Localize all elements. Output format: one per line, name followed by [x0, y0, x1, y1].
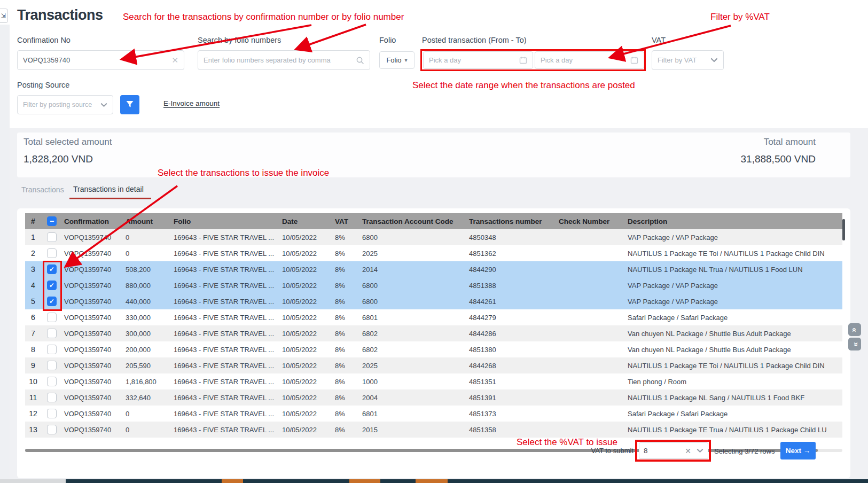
cell-folio: 169643 - FIVE STAR TRAVEL ... — [174, 282, 282, 290]
row-checkbox[interactable] — [47, 409, 57, 418]
cell-confirmation: VOPQ1359740 — [64, 282, 126, 290]
row-checkbox[interactable] — [47, 248, 57, 258]
cell-folio: 169643 - FIVE STAR TRAVEL ... — [174, 378, 282, 386]
row-checkbox[interactable] — [47, 345, 57, 354]
cell-folio: 169643 - FIVE STAR TRAVEL ... — [174, 426, 282, 434]
cell-vat: 8% — [335, 314, 362, 322]
apply-filter-button[interactable] — [120, 95, 139, 114]
cell-account-code: 6801 — [362, 314, 469, 322]
row-number: 10 — [25, 377, 41, 386]
vat-filter-select[interactable]: Filter by VAT — [652, 50, 724, 70]
cell-account-code: 6800 — [362, 282, 469, 290]
cell-transactions-number: 4851391 — [469, 394, 559, 402]
cell-account-code: 6801 — [362, 410, 469, 418]
table-row[interactable]: 2VOPQ13597400169643 - FIVE STAR TRAVEL .… — [25, 245, 842, 261]
annotation-box-vat-select — [635, 440, 711, 462]
row-checkbox[interactable] — [47, 377, 57, 386]
folio-search-label: Search by folio numbers — [198, 36, 281, 44]
cell-amount: 0 — [126, 233, 174, 242]
arrow-right-icon: → — [803, 447, 811, 455]
checkbox-cell — [41, 377, 64, 386]
vat-filter-placeholder: Filter by VAT — [658, 56, 697, 64]
col-account-code: Transaction Account Code — [362, 217, 469, 225]
checkbox-cell — [41, 361, 64, 370]
table-row[interactable]: 1VOPQ13597400169643 - FIVE STAR TRAVEL .… — [25, 229, 842, 245]
confirmation-value: VOPQ1359740 — [23, 56, 70, 64]
cell-confirmation: VOPQ1359740 — [64, 298, 126, 306]
cell-amount: 332,640 — [126, 394, 174, 402]
row-checkbox[interactable] — [47, 329, 57, 338]
annotation-box-date-range — [420, 49, 646, 71]
col-amount: Amount — [126, 217, 174, 225]
cell-description: Tien phong / Room — [628, 378, 842, 386]
funnel-icon — [126, 100, 134, 110]
select-all-checkbox[interactable]: − — [47, 216, 57, 226]
row-checkbox[interactable] — [47, 313, 57, 322]
table-row[interactable]: 7VOPQ1359740300,000169643 - FIVE STAR TR… — [25, 325, 842, 341]
posting-source-select[interactable]: Filter by posting source — [17, 95, 113, 114]
row-checkbox[interactable] — [47, 393, 57, 402]
folio-search-input[interactable]: Enter folio numbers separated by comma — [198, 50, 370, 70]
total-amount-label: Total amount — [764, 137, 816, 147]
cell-date: 10/05/2022 — [282, 298, 335, 306]
row-checkbox[interactable] — [47, 232, 57, 242]
table-row[interactable]: 10VOPQ13597401,816,800169643 - FIVE STAR… — [25, 373, 842, 389]
chevron-down-icon — [710, 58, 718, 63]
vertical-scrollbar-thumb[interactable] — [842, 219, 845, 240]
cell-transactions-number: 4851388 — [469, 282, 559, 290]
col-number: # — [25, 217, 41, 225]
cell-date: 10/05/2022 — [282, 410, 335, 418]
table-row[interactable]: 8VOPQ1359740200,000169643 - FIVE STAR TR… — [25, 341, 842, 357]
table-row[interactable]: 3✓VOPQ1359740508,200169643 - FIVE STAR T… — [25, 261, 842, 277]
cell-account-code: 6802 — [362, 330, 469, 338]
checkbox-cell — [41, 345, 64, 354]
row-number: 4 — [25, 281, 41, 290]
annotation-search-hint: Search for the transactions by confirmat… — [123, 12, 404, 22]
scroll-to-bottom-button[interactable]: « — [848, 338, 861, 350]
cell-folio: 169643 - FIVE STAR TRAVEL ... — [174, 233, 282, 242]
clear-icon[interactable]: ✕ — [171, 56, 178, 65]
table-row[interactable]: 5✓VOPQ1359740440,000169643 - FIVE STAR T… — [25, 293, 842, 309]
table-row[interactable]: 4✓VOPQ1359740880,000169643 - FIVE STAR T… — [25, 277, 842, 293]
scroll-to-top-button[interactable]: « — [848, 323, 861, 336]
row-number: 3 — [25, 265, 41, 274]
col-description: Description — [628, 217, 842, 225]
cell-transactions-number: 4851373 — [469, 410, 559, 418]
cell-transactions-number: 4851351 — [469, 378, 559, 386]
cell-transactions-number: 4851380 — [469, 346, 559, 354]
tab-transactions[interactable]: Transactions — [21, 185, 64, 194]
table-row[interactable]: 12VOPQ13597400169643 - FIVE STAR TRAVEL … — [25, 406, 842, 422]
cell-amount: 205,590 — [126, 362, 174, 370]
cell-vat: 8% — [335, 330, 362, 338]
checkbox-cell — [41, 232, 64, 242]
folio-dropdown[interactable]: Folio ▾ — [379, 51, 415, 69]
table-row[interactable]: 11VOPQ1359740332,640169643 - FIVE STAR T… — [25, 389, 842, 406]
next-button[interactable]: Next → — [780, 442, 816, 459]
cell-transactions-number: 4844261 — [469, 298, 559, 306]
collapsed-sidebar — [0, 25, 10, 479]
page-title: Transactions — [17, 7, 103, 24]
table-row[interactable]: 13VOPQ13597400169643 - FIVE STAR TRAVEL … — [25, 422, 842, 438]
cell-account-code: 6802 — [362, 346, 469, 354]
row-number: 8 — [25, 345, 41, 354]
cell-date: 10/05/2022 — [282, 266, 335, 274]
confirmation-input[interactable]: VOPQ1359740 ✕ — [17, 50, 184, 70]
row-checkbox[interactable] — [47, 425, 57, 434]
einvoice-amount-link[interactable]: E-Invoice amount — [163, 99, 220, 107]
row-number: 7 — [25, 329, 41, 338]
table-row[interactable]: 6VOPQ1359740330,000169643 - FIVE STAR TR… — [25, 309, 842, 325]
cell-amount: 0 — [126, 410, 174, 418]
total-selected-label: Total selected amount — [24, 137, 112, 147]
restore-window-button[interactable]: ⇲ — [0, 9, 8, 23]
row-checkbox[interactable] — [47, 361, 57, 370]
tab-transactions-in-detail[interactable]: Transactions in detail — [73, 185, 144, 193]
cell-folio: 169643 - FIVE STAR TRAVEL ... — [174, 410, 282, 418]
cell-vat: 8% — [335, 426, 362, 434]
col-check-number: Check Number — [559, 217, 628, 225]
table-row[interactable]: 9VOPQ1359740205,590169643 - FIVE STAR TR… — [25, 357, 842, 373]
cell-description: NAUTILUS 1 Package NL Trua / NAUTILUS 1 … — [628, 266, 842, 274]
cell-description: NAUTILUS 1 Package TE Toi / NAUTILUS 1 P… — [628, 250, 842, 258]
cell-date: 10/05/2022 — [282, 250, 335, 258]
annotation-box-checkboxes — [43, 261, 62, 311]
cell-description: VAP Package / VAP Package — [628, 282, 842, 290]
